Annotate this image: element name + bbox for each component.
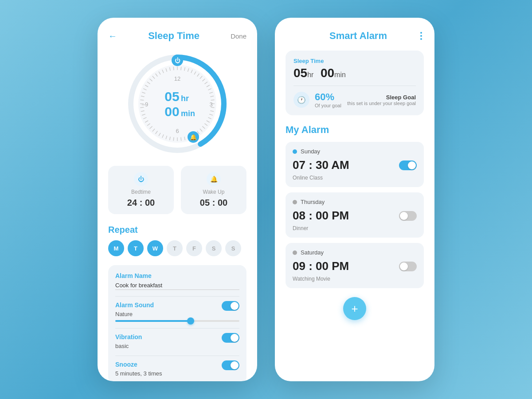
alarm-sound-label: Alarm Sound — [115, 301, 154, 309]
alarm-main-sunday: 07 : 30 AM — [293, 158, 417, 172]
day-tuesday[interactable]: T — [128, 240, 144, 256]
alarm-sound-setting: Alarm Sound Nature — [115, 301, 239, 322]
snooze-setting: Snooze 5 minutes, 3 times — [115, 360, 239, 377]
bell-icon: 🔔 — [207, 172, 221, 186]
alarm-toggle-thursday[interactable] — [399, 211, 417, 221]
divider-1 — [115, 296, 239, 297]
sleep-pct: 60% — [315, 91, 341, 103]
alarm-main-saturday: 09 : 00 PM — [293, 259, 417, 273]
sleep-summary-title: Sleep Time — [293, 58, 416, 64]
alarm-name-setting: Alarm Name — [115, 272, 239, 290]
my-alarm-title: My Alarm — [286, 124, 424, 136]
wakeup-box[interactable]: 🔔 Wake Up 05 : 00 — [181, 166, 246, 214]
sleep-goal-title: Sleep Goal — [347, 94, 416, 101]
svg-text:3: 3 — [209, 101, 212, 108]
svg-text:12: 12 — [174, 75, 180, 82]
alarm-desc-thursday: Dinner — [293, 225, 417, 231]
vibration-toggle[interactable] — [222, 333, 239, 343]
alarm-sound-value: Nature — [115, 311, 239, 317]
svg-line-17 — [211, 100, 215, 100]
vibration-value: basic — [115, 343, 239, 349]
divider-2 — [115, 328, 239, 329]
wakeup-value: 05 : 00 — [200, 198, 227, 208]
sleep-goal-text: Sleep Goal this set is under your sleep … — [347, 94, 416, 106]
alarm-card-saturday[interactable]: Saturday 09 : 00 PM Watching Movie — [286, 243, 424, 288]
divider-3 — [115, 356, 239, 356]
day-friday[interactable]: F — [186, 240, 202, 256]
alarm-toggle-saturday[interactable] — [399, 262, 417, 271]
snooze-label: Snooze — [115, 361, 137, 368]
svg-line-4 — [181, 66, 181, 70]
alarm-dot-thursday — [293, 200, 297, 204]
alarm-day-row-sunday: Sunday — [293, 148, 417, 155]
sleep-goal-row: 🕐 60% Of your goal Sleep Goal this set i… — [293, 91, 416, 108]
alarm-day-row-thursday: Thursday — [293, 199, 417, 205]
alarm-time-thursday: 08 : 00 PM — [293, 209, 349, 223]
alarm-name-input[interactable] — [115, 282, 239, 290]
page-title: Sleep Time — [117, 30, 231, 42]
sleep-hr-unit: hr — [307, 71, 313, 78]
power-icon: ⏻ — [134, 172, 148, 186]
alarm-card-sunday[interactable]: Sunday 07 : 30 AM Online Class — [286, 142, 424, 187]
dot-2 — [420, 35, 422, 37]
days-row: M T W T F S S — [108, 240, 246, 256]
svg-text:6: 6 — [176, 128, 179, 134]
alarm-day-saturday: Saturday — [301, 249, 324, 256]
done-button[interactable]: Done — [231, 32, 246, 40]
sleep-summary-box: Sleep Time 05hr 00min 🕐 60% Of your goal… — [286, 51, 424, 115]
alarm-dot-sunday — [293, 149, 297, 154]
bedtime-box[interactable]: ⏻ Bedtime 24 : 00 — [108, 166, 174, 214]
day-saturday[interactable]: S — [206, 240, 222, 256]
alarm-time-sunday: 07 : 30 AM — [293, 158, 349, 172]
alarm-toggle-sunday[interactable] — [399, 160, 417, 170]
dot-1 — [420, 32, 422, 34]
sleep-minutes: 00 — [321, 66, 334, 80]
smart-alarm-header: Smart Alarm — [286, 30, 424, 42]
day-sunday[interactable]: S — [225, 240, 241, 256]
alarm-desc-sunday: Online Class — [293, 175, 417, 181]
alarm-card-thursday[interactable]: Thursday 08 : 00 PM Dinner — [286, 192, 424, 238]
svg-text:–9: –9 — [142, 101, 148, 108]
alarm-time-saturday: 09 : 00 PM — [293, 259, 349, 273]
clock-dial[interactable]: 12 3 6 –9 05 hr 00 min ⏻ 🔔 — [124, 51, 231, 157]
svg-text:00: 00 — [164, 104, 179, 119]
svg-text:min: min — [181, 109, 195, 118]
svg-text:05: 05 — [164, 89, 179, 104]
back-button[interactable]: ← — [108, 31, 117, 41]
snooze-toggle[interactable] — [222, 360, 239, 370]
sleep-pct-label: Of your goal — [315, 103, 341, 108]
clock-icon: 🕐 — [293, 92, 309, 108]
add-alarm-button[interactable]: + — [343, 297, 366, 320]
smart-alarm-screen: Smart Alarm Sleep Time 05hr 00min 🕐 60% … — [275, 18, 434, 381]
svg-line-49 — [140, 100, 144, 100]
summary-divider — [293, 86, 416, 86]
sleep-goal-desc: this set is under your sleep goal — [347, 101, 416, 106]
day-thursday[interactable]: T — [167, 240, 183, 256]
alarm-sound-toggle[interactable] — [222, 301, 239, 311]
alarm-name-label: Alarm Name — [115, 272, 239, 279]
bedtime-value: 24 : 00 — [127, 198, 155, 208]
bedtime-label: Bedtime — [131, 189, 151, 195]
volume-slider[interactable] — [115, 320, 239, 322]
repeat-section: Repeat M T W T F S S — [108, 225, 246, 256]
sleep-hours: 05 — [293, 66, 307, 80]
svg-line-62 — [173, 66, 174, 70]
alarm-day-row-saturday: Saturday — [293, 249, 417, 256]
sleep-time-screen: ← Sleep Time Done — [98, 18, 257, 381]
vibration-label: Vibration — [115, 333, 142, 340]
day-monday[interactable]: M — [108, 240, 124, 256]
day-wednesday[interactable]: W — [147, 240, 163, 256]
more-menu-button[interactable] — [419, 30, 424, 42]
svg-text:🔔: 🔔 — [190, 133, 197, 141]
svg-line-32 — [181, 137, 181, 141]
repeat-title: Repeat — [108, 225, 246, 235]
alarm-day-sunday: Sunday — [301, 148, 320, 155]
settings-box: Alarm Name Alarm Sound Nature — [108, 265, 246, 381]
sleep-summary-time: 05hr 00min — [293, 66, 416, 80]
svg-text:⏻: ⏻ — [175, 57, 180, 64]
alarm-dot-saturday — [293, 250, 297, 255]
sleep-pct-group: 60% Of your goal — [315, 91, 341, 108]
alarm-day-thursday: Thursday — [301, 199, 325, 205]
sleep-min-unit: min — [334, 71, 346, 78]
clock-container: 12 3 6 –9 05 hr 00 min ⏻ 🔔 — [108, 51, 246, 157]
